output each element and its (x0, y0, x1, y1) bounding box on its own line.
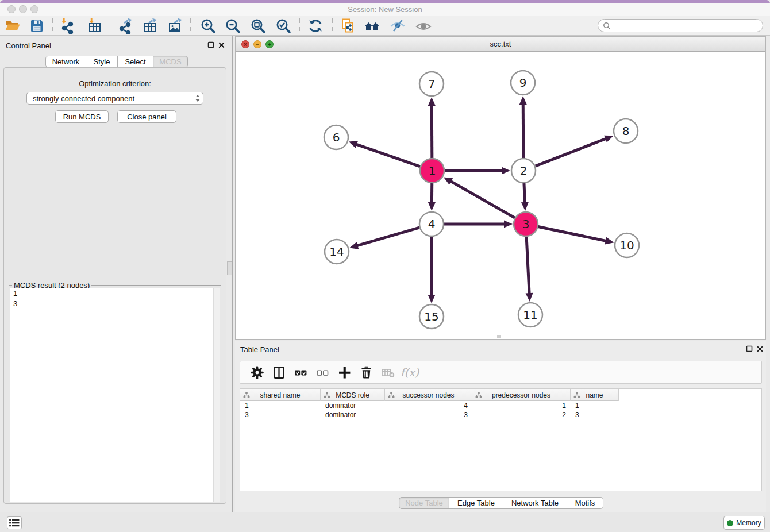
eye-slash-icon[interactable] (388, 17, 407, 35)
table-row[interactable]: 3dominator323 (240, 410, 761, 419)
close-panel-button[interactable]: Close panel (117, 110, 176, 123)
run-mcds-button[interactable]: Run MCDS (55, 110, 109, 123)
graph-node-4[interactable]: 4 (419, 212, 444, 236)
graph-node-8[interactable]: 8 (614, 119, 638, 143)
tab-mcds[interactable]: MCDS (153, 56, 188, 68)
vertical-splitter[interactable] (232, 36, 233, 512)
network-window-titlebar[interactable]: × − + scc.txt (236, 37, 765, 52)
table-cell[interactable]: 3 (240, 410, 321, 419)
column-header-name[interactable]: name (571, 389, 619, 401)
export-network-icon[interactable] (116, 17, 135, 35)
table-cell[interactable]: 4 (385, 401, 472, 410)
tab-select[interactable]: Select (118, 56, 153, 68)
graph-edge[interactable] (356, 144, 420, 167)
table-cell[interactable]: dominator (321, 401, 385, 410)
table-cell[interactable]: dominator (321, 410, 385, 419)
table-cell[interactable]: 3 (571, 410, 619, 419)
graph-edge[interactable] (450, 181, 515, 218)
graph-node-2[interactable]: 2 (511, 159, 536, 183)
graph-edge[interactable] (357, 228, 419, 246)
svg-text:1: 1 (429, 164, 436, 178)
svg-text:8: 8 (622, 124, 630, 138)
graph-edge-arrowhead (504, 221, 513, 228)
zoom-selected-icon[interactable] (274, 17, 293, 35)
svg-text:11: 11 (523, 308, 537, 322)
houses-icon[interactable] (363, 17, 382, 35)
column-header-predecessor-nodes[interactable]: predecessor nodes (472, 389, 571, 401)
table-cell[interactable]: 1 (240, 401, 321, 410)
tab-style[interactable]: Style (86, 56, 118, 68)
mcds-result-list[interactable]: 13 (10, 288, 220, 502)
plus-icon[interactable] (333, 363, 355, 381)
search-box[interactable] (598, 19, 763, 32)
export-image-icon[interactable] (165, 17, 185, 35)
table-cell[interactable]: 2 (472, 410, 571, 419)
column-header-successor-nodes[interactable]: successor nodes (385, 389, 472, 401)
graph-edge[interactable] (523, 103, 523, 158)
list-icon (9, 518, 20, 527)
refresh-icon[interactable] (306, 17, 325, 35)
export-table-icon[interactable] (140, 17, 160, 35)
graph-edge[interactable] (538, 227, 607, 241)
mcds-result-item[interactable]: 3 (10, 299, 220, 309)
graph-edge-arrowhead (604, 136, 613, 142)
table-tabs: Node TableEdge TableNetwork TableMotifs (399, 497, 603, 509)
tab-edge-table[interactable]: Edge Table (449, 497, 503, 509)
window-title: Session: New Session (0, 5, 770, 14)
svg-text:3: 3 (522, 217, 530, 231)
tab-node-table[interactable]: Node Table (399, 497, 449, 509)
column-header-shared-name[interactable]: shared name (240, 389, 321, 401)
search-input[interactable] (611, 22, 763, 30)
float-panel-icon[interactable] (207, 41, 215, 49)
graph-node-9[interactable]: 9 (511, 71, 535, 95)
close-panel-icon[interactable] (756, 345, 764, 353)
import-network-icon[interactable] (57, 17, 77, 35)
fx-icon: f(x) (399, 363, 421, 381)
save-icon[interactable] (27, 17, 47, 35)
splitter-grip[interactable] (227, 261, 232, 275)
graph-node-3[interactable]: 3 (514, 212, 538, 236)
close-panel-icon[interactable] (217, 41, 225, 49)
graph-edge[interactable] (524, 183, 525, 203)
zoom-in-icon[interactable] (198, 17, 218, 35)
graph-edge[interactable] (526, 237, 529, 294)
table-cell[interactable]: 3 (385, 410, 472, 419)
trash-icon[interactable] (355, 363, 377, 381)
network-canvas[interactable]: 7 9 6 8 1 2 4 3 14 10 15 11 (236, 52, 765, 339)
graph-node-7[interactable]: 7 (419, 72, 444, 96)
graph-node-14[interactable]: 14 (325, 240, 349, 264)
columns-icon[interactable] (268, 363, 290, 381)
memory-button[interactable]: Memory (723, 516, 765, 530)
column-header-MCDS-role[interactable]: MCDS role (321, 389, 385, 401)
zoom-fit-icon[interactable] (248, 17, 268, 35)
table-row[interactable]: 1dominator411 (240, 401, 761, 410)
tab-motifs[interactable]: Motifs (567, 497, 603, 509)
zoom-out-icon[interactable] (223, 17, 242, 35)
graph-node-6[interactable]: 6 (324, 125, 348, 149)
float-panel-icon[interactable] (745, 345, 753, 353)
tab-network[interactable]: Network (45, 56, 86, 68)
select-all-icon[interactable] (290, 363, 311, 381)
task-history-button[interactable] (7, 516, 22, 529)
scrollbar-track[interactable] (213, 288, 220, 502)
gear-icon[interactable] (246, 363, 268, 381)
graph-edge[interactable] (432, 105, 432, 158)
deselect-all-icon[interactable] (311, 363, 333, 381)
tab-network-table[interactable]: Network Table (503, 497, 567, 509)
mcds-result-item[interactable]: 1 (10, 288, 220, 299)
graph-node-15[interactable]: 15 (419, 304, 444, 329)
graph-node-11[interactable]: 11 (518, 303, 542, 327)
table-cell[interactable]: 1 (571, 401, 619, 410)
documents-share-icon[interactable] (338, 17, 357, 35)
graph-edge[interactable] (536, 138, 607, 166)
import-table-icon[interactable] (85, 17, 105, 35)
graph-node-1[interactable]: 1 (420, 159, 444, 183)
table-cell[interactable]: 1 (472, 401, 571, 410)
graph-node-10[interactable]: 10 (615, 233, 639, 257)
node-table[interactable]: shared name MCDS role successor nodes pr… (240, 388, 762, 491)
open-folder-icon[interactable] (3, 17, 22, 35)
graph-edge-arrowhead (605, 237, 614, 245)
canvas-resize-grip[interactable] (497, 335, 501, 338)
status-bar: Memory (0, 512, 770, 532)
criterion-select[interactable]: strongly connected component (26, 92, 203, 105)
